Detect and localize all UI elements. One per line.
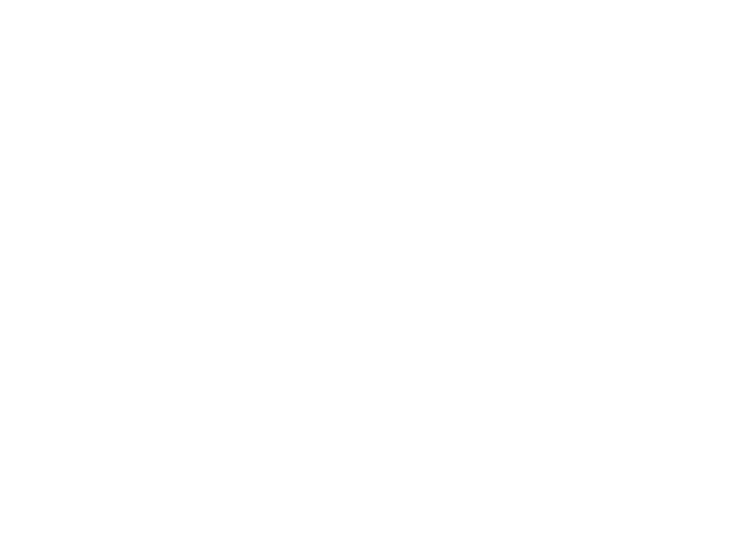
helicorder-page: [0, 0, 735, 560]
seismogram-traces: [0, 0, 735, 560]
